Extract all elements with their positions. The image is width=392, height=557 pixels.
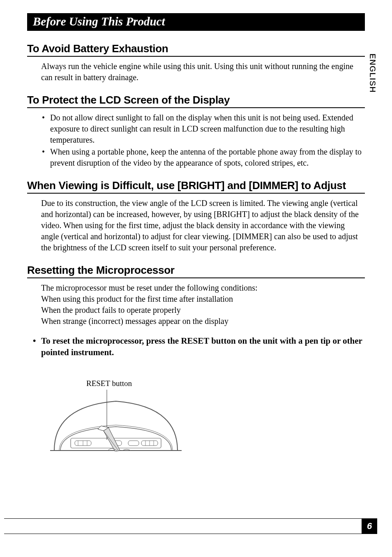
bullet-list-lcd: Do not allow direct sunlight to fall on …: [41, 112, 365, 169]
reset-line: When the product fails to operate proper…: [41, 305, 362, 316]
banner-title: Before Using This Product: [33, 15, 165, 28]
section-viewing: When Viewing is Difficult, use [BRIGHT] …: [27, 179, 365, 253]
heading-lcd: To Protect the LCD Screen of the Display: [27, 94, 365, 108]
reset-instruction: To reset the microprocessor, press the R…: [33, 335, 365, 358]
language-tab: ENGLISH: [368, 53, 377, 93]
reset-line: When using this product for the first ti…: [41, 294, 362, 305]
list-item: Do not allow direct sunlight to fall on …: [41, 112, 365, 146]
page-content: Before Using This Product To Avoid Batte…: [0, 0, 392, 453]
figure-reset: RESET button: [46, 379, 365, 453]
section-reset: Resetting the Microprocessor The micropr…: [27, 264, 365, 453]
device-illustration: [46, 390, 186, 451]
section-lcd: To Protect the LCD Screen of the Display…: [27, 94, 365, 169]
figure-label: RESET button: [86, 379, 365, 388]
body-battery: Always run the vehicle engine while usin…: [41, 61, 362, 83]
page-number-value: 6: [367, 521, 372, 532]
svg-marker-13: [104, 428, 120, 451]
heading-reset: Resetting the Microprocessor: [27, 264, 365, 278]
heading-battery: To Avoid Battery Exhaustion: [27, 42, 365, 57]
reset-instruction-list: To reset the microprocessor, press the R…: [33, 335, 365, 358]
svg-rect-7: [128, 441, 139, 446]
section-battery: To Avoid Battery Exhaustion Always run t…: [27, 42, 365, 83]
body-reset: The microprocessor must be reset under t…: [41, 282, 362, 327]
heading-viewing: When Viewing is Difficult, use [BRIGHT] …: [27, 179, 365, 194]
reset-line: When strange (incorrect) messages appear…: [41, 316, 362, 327]
page-number: 6: [362, 518, 377, 534]
body-viewing: Due to its construction, the view angle …: [41, 198, 362, 253]
list-item: When using a portable phone, keep the an…: [41, 146, 365, 169]
reset-line: The microprocessor must be reset under t…: [41, 282, 362, 294]
section-banner: Before Using This Product: [27, 13, 365, 31]
